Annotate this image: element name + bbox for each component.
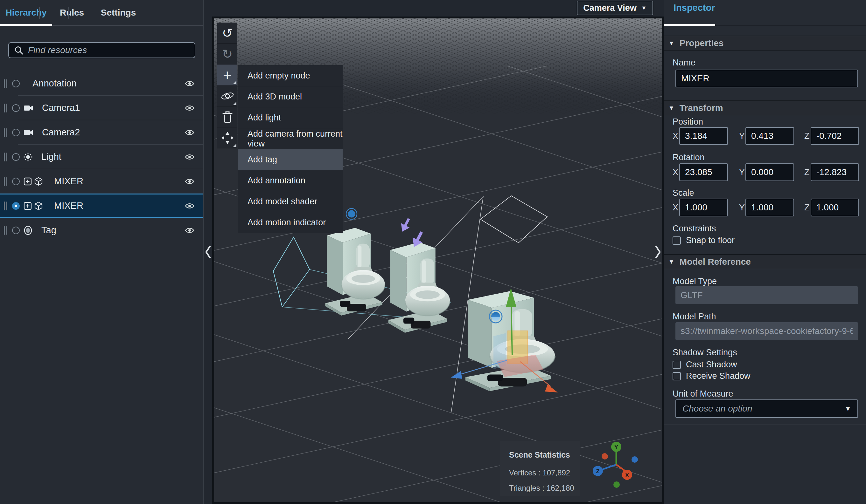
rotation-y-axis-label: Y: [739, 168, 745, 177]
section-title: Properties: [679, 38, 724, 48]
section-header-properties[interactable]: ▼ Properties: [664, 36, 866, 50]
tree-row-camera2[interactable]: Camera2: [0, 120, 203, 145]
tab-hierarchy[interactable]: Hierarchy: [0, 0, 52, 25]
tab-separator: [39, 7, 40, 19]
add-object-button[interactable]: +: [217, 65, 237, 85]
camera-view-label: Camera View: [583, 3, 637, 13]
section-header-model-reference[interactable]: ▼ Model Reference: [664, 254, 866, 269]
scale-z-field[interactable]: [811, 198, 859, 216]
tree-row-light[interactable]: Light: [0, 145, 203, 169]
tree-row-label: Light: [41, 152, 62, 162]
menu-item-add-tag[interactable]: Add tag: [238, 149, 343, 170]
drag-handle-icon[interactable]: [4, 226, 7, 235]
drag-handle-icon[interactable]: [4, 177, 7, 186]
tab-inspector[interactable]: Inspector: [674, 2, 715, 13]
chevron-down-icon: ▼: [845, 405, 851, 412]
rotation-x-axis-label: X: [673, 168, 678, 177]
visibility-eye-icon[interactable]: [185, 129, 195, 136]
delete-button[interactable]: [217, 106, 237, 127]
position-x-field[interactable]: [679, 127, 728, 145]
resource-search[interactable]: [8, 42, 195, 58]
redo-button[interactable]: ↻: [217, 44, 237, 65]
drag-handle-icon[interactable]: [4, 104, 7, 113]
submenu-corner-indicator: [233, 144, 236, 147]
row-divider: [18, 95, 203, 96]
visibility-eye-icon[interactable]: [185, 227, 195, 234]
collapse-right-panel-chevron-icon[interactable]: [654, 245, 661, 261]
visibility-eye-icon[interactable]: [185, 202, 195, 210]
cast-shadow-checkbox-row[interactable]: Cast Shadow: [673, 360, 737, 369]
tree-row-annotation[interactable]: Annotation: [0, 71, 203, 96]
constraints-label: Constraints: [673, 224, 716, 233]
visibility-eye-icon[interactable]: [185, 104, 195, 112]
tree-row-mixer-2-selected[interactable]: MIXER: [0, 194, 203, 218]
tree-row-mixer-1[interactable]: MIXER: [0, 169, 203, 194]
undo-button[interactable]: ↺: [217, 23, 237, 44]
cast-shadow-checkbox[interactable]: [673, 361, 681, 369]
cast-shadow-label: Cast Shadow: [686, 360, 737, 369]
tag-marker-2[interactable]: [489, 310, 502, 323]
drag-handle-icon[interactable]: [4, 152, 7, 161]
select-radio[interactable]: [12, 153, 20, 161]
scale-label: Scale: [673, 188, 694, 198]
position-y-field[interactable]: [745, 127, 794, 145]
video-camera-icon: [24, 129, 33, 136]
menu-item-add-model-shader[interactable]: Add model shader: [238, 191, 343, 212]
visibility-eye-icon[interactable]: [185, 177, 195, 185]
triangles-count: Triangles : 162,180: [509, 484, 580, 493]
section-header-transform[interactable]: ▼ Transform: [664, 100, 866, 115]
receive-shadow-checkbox-row[interactable]: Receive Shadow: [673, 371, 751, 381]
move-mode-button[interactable]: [217, 127, 237, 148]
tree-row-tag[interactable]: Tag: [0, 218, 203, 242]
tree-row-label: Tag: [41, 225, 56, 236]
select-radio[interactable]: [12, 80, 20, 88]
menu-item-add-annotation[interactable]: Add annotation: [238, 170, 343, 191]
name-field[interactable]: [675, 70, 858, 88]
search-input[interactable]: [28, 45, 190, 55]
chevron-down-icon: ▼: [668, 105, 675, 112]
axis-ball-minus-z[interactable]: [632, 456, 638, 463]
visibility-eye-icon[interactable]: [185, 80, 195, 88]
scale-x-field[interactable]: [679, 198, 728, 216]
scale-y-field[interactable]: [745, 198, 794, 216]
rotate-mode-button[interactable]: [217, 85, 237, 106]
menu-item-add-light[interactable]: Add light: [238, 107, 343, 128]
select-radio[interactable]: [12, 129, 20, 136]
drag-handle-icon[interactable]: [4, 128, 7, 137]
menu-item-add-motion-indicator[interactable]: Add motion indicator: [238, 212, 343, 233]
drag-handle-icon[interactable]: [4, 202, 7, 210]
axis-ball-minus-x[interactable]: [602, 453, 608, 459]
collapse-left-panel-chevron-icon[interactable]: [205, 245, 212, 261]
unit-of-measure-select[interactable]: Choose an option ▼: [675, 399, 858, 418]
rotation-z-field[interactable]: [811, 163, 859, 181]
search-icon: [14, 45, 24, 55]
snap-to-floor-checkbox[interactable]: [673, 237, 681, 245]
visibility-eye-icon[interactable]: [185, 153, 195, 161]
position-z-field[interactable]: [811, 127, 859, 145]
menu-item-add-empty-node[interactable]: Add empty node: [238, 65, 343, 86]
orbit-icon: [221, 90, 234, 102]
rotation-y-field[interactable]: [745, 163, 794, 181]
camera-view-dropdown[interactable]: Camera View ▼: [577, 1, 653, 15]
tree-row-camera1[interactable]: Camera1: [0, 96, 203, 120]
sidebar-tabbar: Hierarchy Rules Settings: [0, 0, 203, 26]
snap-to-floor-label: Snap to floor: [686, 236, 735, 245]
section-divider: [664, 425, 866, 425]
select-radio-checked[interactable]: [12, 202, 20, 210]
select-radio[interactable]: [12, 104, 20, 112]
axis-ball-minus-y[interactable]: [613, 481, 620, 488]
drag-handle-icon[interactable]: [4, 79, 7, 88]
rotation-x-field[interactable]: [679, 163, 728, 181]
tab-settings[interactable]: Settings: [92, 0, 145, 25]
menu-item-add-3d-model[interactable]: Add 3D model: [238, 86, 343, 107]
tree-row-label: Camera2: [42, 127, 80, 138]
snap-to-floor-checkbox-row[interactable]: Snap to floor: [673, 236, 735, 245]
submenu-corner-indicator: [233, 81, 236, 84]
select-radio[interactable]: [12, 227, 20, 234]
receive-shadow-checkbox[interactable]: [673, 372, 681, 380]
inspector-panel: Inspector ▼ Properties Name ▼ Transform …: [664, 0, 866, 504]
tab-rules[interactable]: Rules: [52, 0, 92, 25]
section-title: Transform: [679, 103, 723, 113]
select-radio[interactable]: [12, 177, 20, 185]
menu-item-add-camera-from-current-view[interactable]: Add camera from current view: [238, 128, 343, 149]
